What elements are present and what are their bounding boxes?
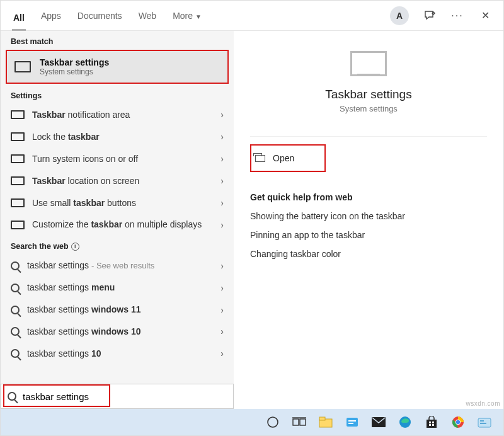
chevron-right-icon: › <box>220 132 224 142</box>
svg-rect-2 <box>300 419 306 425</box>
search-bar[interactable] <box>1 384 234 409</box>
results-panel: Best match Taskbar settings System setti… <box>1 31 234 409</box>
display-icon <box>11 154 25 163</box>
best-match-item[interactable]: Taskbar settings System settings <box>6 50 229 84</box>
edge-icon[interactable] <box>398 415 413 430</box>
app-board-icon[interactable] <box>477 415 492 430</box>
best-match-subtitle: System settings <box>40 67 109 76</box>
feedback-icon[interactable] <box>423 9 437 22</box>
help-link[interactable]: Changing taskbar color <box>250 249 487 259</box>
svg-point-18 <box>456 420 460 424</box>
svg-rect-5 <box>319 417 325 420</box>
windows-taskbar <box>1 409 503 435</box>
search-icon <box>11 284 20 292</box>
display-icon <box>11 198 25 207</box>
settings-item[interactable]: Taskbar notification area › <box>1 104 234 126</box>
help-link[interactable]: Pinning an app to the taskbar <box>250 230 487 240</box>
mail-icon[interactable] <box>371 415 386 430</box>
web-item-label: taskbar settings windows 10 <box>27 326 213 338</box>
info-icon: i <box>71 243 79 251</box>
taskbar-settings-icon <box>14 61 31 72</box>
tab-documents[interactable]: Documents <box>76 8 123 23</box>
chevron-right-icon: › <box>220 110 224 120</box>
chevron-right-icon: › <box>220 220 224 230</box>
cortana-icon[interactable] <box>265 415 280 430</box>
header-tabs: All Apps Documents Web More▼ A ··· ✕ <box>1 1 503 31</box>
store-icon[interactable] <box>424 415 439 430</box>
tab-all[interactable]: All <box>12 10 26 31</box>
preview-panel: Taskbar settings System settings Open Ge… <box>234 31 503 409</box>
chrome-icon[interactable] <box>450 415 466 430</box>
tab-apps[interactable]: Apps <box>40 8 62 23</box>
section-search-web: Search the webi <box>1 236 234 255</box>
svg-rect-1 <box>293 419 299 425</box>
chevron-right-icon: › <box>220 326 224 336</box>
help-section-title: Get quick help from web <box>250 192 487 202</box>
display-icon <box>11 110 25 119</box>
display-icon <box>11 176 25 185</box>
chevron-right-icon: › <box>220 305 224 315</box>
chevron-right-icon: › <box>220 154 224 164</box>
chevron-right-icon: › <box>220 261 224 271</box>
chevron-right-icon: › <box>220 348 224 359</box>
search-icon <box>11 306 20 314</box>
settings-item-label: Taskbar location on screen <box>32 175 213 187</box>
svg-rect-8 <box>348 423 353 424</box>
open-label: Open <box>273 153 294 163</box>
tab-more[interactable]: More▼ <box>171 8 203 23</box>
avatar[interactable]: A <box>390 6 409 25</box>
settings-item[interactable]: Customize the taskbar on multiple displa… <box>1 214 234 236</box>
svg-rect-12 <box>429 422 431 423</box>
best-match-title: Taskbar settings <box>40 57 109 67</box>
svg-rect-21 <box>480 423 486 424</box>
tab-web[interactable]: Web <box>137 8 158 23</box>
svg-rect-7 <box>348 420 356 422</box>
watermark: wsxdn.com <box>466 400 500 407</box>
section-best-match: Best match <box>1 31 234 50</box>
settings-item-label: Use small taskbar buttons <box>32 197 213 209</box>
web-item-label: taskbar settings windows 11 <box>27 304 213 316</box>
chevron-right-icon: › <box>220 283 224 293</box>
section-settings: Settings <box>1 85 234 104</box>
chevron-right-icon: › <box>220 176 224 186</box>
web-search-item[interactable]: taskbar settings 10 › <box>1 343 234 365</box>
preview-subtitle: System settings <box>250 104 487 113</box>
web-search-item[interactable]: taskbar settings menu › <box>1 277 234 299</box>
file-explorer-icon[interactable] <box>318 415 333 430</box>
web-search-item[interactable]: taskbar settings windows 11 › <box>1 299 234 321</box>
web-search-item[interactable]: taskbar settings - See web results › <box>1 255 234 277</box>
open-button[interactable]: Open <box>250 144 326 172</box>
search-icon <box>11 349 20 358</box>
help-link[interactable]: Showing the battery icon on the taskbar <box>250 211 487 221</box>
settings-item-label: Customize the taskbar on multiple displa… <box>32 219 213 231</box>
chevron-right-icon: › <box>220 198 224 208</box>
settings-item[interactable]: Turn system icons on or off › <box>1 148 234 170</box>
svg-rect-20 <box>480 420 484 422</box>
taskbar-settings-hero-icon <box>350 51 387 76</box>
svg-rect-13 <box>432 422 434 423</box>
svg-point-0 <box>268 417 278 427</box>
chevron-down-icon: ▼ <box>195 13 202 20</box>
settings-item-label: Taskbar notification area <box>32 109 213 121</box>
settings-item-label: Turn system icons on or off <box>32 153 213 165</box>
search-icon <box>8 392 16 401</box>
more-options-icon[interactable]: ··· <box>450 10 464 21</box>
close-icon[interactable]: ✕ <box>478 9 492 21</box>
svg-rect-14 <box>429 424 431 426</box>
web-item-label: taskbar settings - See web results <box>27 260 213 272</box>
web-item-label: taskbar settings 10 <box>27 348 213 360</box>
display-icon <box>11 132 25 141</box>
svg-rect-15 <box>432 424 434 426</box>
open-icon <box>255 155 265 162</box>
app-blue-icon[interactable] <box>345 415 360 430</box>
display-icon <box>11 221 25 229</box>
task-view-icon[interactable] <box>292 415 307 430</box>
search-input[interactable] <box>23 391 233 402</box>
settings-item[interactable]: Lock the taskbar › <box>1 126 234 148</box>
preview-title: Taskbar settings <box>250 88 487 101</box>
settings-item[interactable]: Use small taskbar buttons › <box>1 192 234 214</box>
svg-rect-6 <box>346 418 358 427</box>
web-search-item[interactable]: taskbar settings windows 10 › <box>1 321 234 343</box>
settings-item[interactable]: Taskbar location on screen › <box>1 170 234 192</box>
svg-rect-11 <box>427 420 437 428</box>
